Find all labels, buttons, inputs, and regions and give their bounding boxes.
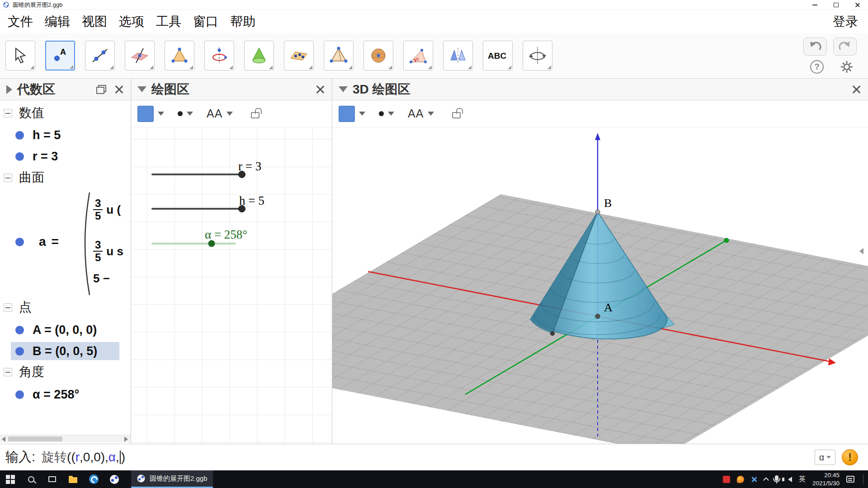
y-axis-point[interactable]: [724, 238, 729, 243]
panel-menu-icon[interactable]: [6, 85, 12, 94]
horizontal-scrollbar[interactable]: [0, 435, 131, 442]
slider-h[interactable]: h = 5: [152, 194, 264, 212]
color-swatch[interactable]: [137, 106, 154, 122]
algebra-item-h[interactable]: h = 5: [0, 126, 131, 144]
minimize-button[interactable]: [804, 0, 826, 9]
taskbar-clock[interactable]: 20:45 2021/5/30: [812, 471, 840, 487]
chevron-down-icon[interactable]: [359, 112, 365, 116]
settings-gear-icon[interactable]: [840, 60, 854, 74]
tool-dropdown-icon[interactable]: [110, 66, 113, 69]
close-graphics-icon[interactable]: [315, 84, 326, 95]
algebra-item-r[interactable]: r = 3: [0, 147, 131, 165]
scroll-right-icon[interactable]: [124, 436, 128, 442]
surface-name[interactable]: a =: [39, 234, 59, 250]
warning-icon[interactable]: !: [842, 449, 858, 465]
tool-plane-through-points-button[interactable]: [284, 41, 314, 70]
scrollbar-thumb[interactable]: [8, 436, 62, 441]
action-center-icon[interactable]: [846, 476, 854, 483]
tool-dropdown-icon[interactable]: [508, 66, 511, 69]
base-edge-point[interactable]: [551, 332, 555, 336]
chevron-down-icon[interactable]: [428, 112, 434, 116]
graphics-view[interactable]: r = 3 h = 5 α = 258°: [131, 127, 332, 444]
task-view-button[interactable]: [42, 470, 62, 488]
menu-options[interactable]: 选项: [113, 13, 150, 30]
algebra-item-alpha[interactable]: α = 258°: [0, 385, 131, 404]
close-algebra-icon[interactable]: [113, 84, 124, 95]
tool-line-button[interactable]: [85, 41, 115, 70]
tool-dropdown-icon[interactable]: [269, 66, 273, 69]
visibility-dot-icon[interactable]: [15, 152, 24, 161]
tool-move-button[interactable]: [5, 41, 35, 70]
point-style-icon[interactable]: [379, 111, 384, 116]
collapse-icon[interactable]: [4, 109, 12, 117]
point-style-icon[interactable]: [178, 111, 183, 116]
microphone-icon[interactable]: [775, 475, 778, 481]
start-button[interactable]: [0, 470, 21, 488]
slider-r[interactable]: r = 3: [152, 160, 261, 178]
active-app-task-button[interactable]: 圆锥的展开图2.ggb: [131, 470, 213, 488]
tool-perpendicular-line-button[interactable]: [125, 41, 155, 70]
tool-dropdown-icon[interactable]: [150, 66, 153, 69]
undo-button[interactable]: [803, 38, 827, 56]
visibility-dot-icon[interactable]: [15, 131, 24, 140]
chevron-down-icon[interactable]: [226, 112, 233, 116]
file-explorer-button[interactable]: [62, 470, 83, 488]
symbol-palette-button[interactable]: α: [815, 450, 835, 465]
color-swatch[interactable]: [339, 106, 355, 122]
algebra-item-A[interactable]: A = (0, 0, 0): [0, 321, 131, 339]
scroll-left-icon[interactable]: [2, 436, 5, 442]
tool-reflection-button[interactable]: [443, 41, 473, 70]
panel-menu-icon[interactable]: [339, 86, 348, 92]
label-style-button[interactable]: AA: [408, 107, 424, 120]
panel-menu-icon[interactable]: [137, 86, 146, 92]
tool-angle-button[interactable]: α: [403, 41, 433, 70]
hidden-icons-chevron[interactable]: [763, 477, 769, 483]
tool-cone-button[interactable]: [244, 41, 274, 70]
g3d-view[interactable]: A B: [332, 127, 868, 444]
menu-window[interactable]: 窗口: [187, 13, 224, 30]
tool-sphere-button[interactable]: [363, 41, 393, 70]
tool-dropdown-icon[interactable]: [70, 65, 73, 69]
tool-point-button[interactable]: A: [45, 41, 75, 70]
show-desktop-divider[interactable]: [863, 474, 863, 484]
slider-alpha-handle[interactable]: [208, 240, 215, 247]
chevron-down-icon[interactable]: [388, 112, 394, 116]
tool-dropdown-icon[interactable]: [309, 66, 312, 69]
collapse-icon[interactable]: [4, 368, 12, 376]
slider-alpha[interactable]: α = 258°: [152, 228, 247, 247]
tool-dropdown-icon[interactable]: [229, 66, 233, 69]
tool-dropdown-icon[interactable]: [428, 66, 432, 69]
tool-dropdown-icon[interactable]: [547, 66, 551, 69]
visibility-dot-icon[interactable]: [15, 326, 24, 334]
menu-edit[interactable]: 编辑: [39, 13, 76, 30]
tool-polygon-button[interactable]: [165, 41, 194, 70]
command-input[interactable]: 旋转 (( r ,0,0), α , ): [42, 444, 815, 470]
edge-browser-button[interactable]: [83, 470, 104, 488]
lock-icon[interactable]: [251, 112, 259, 118]
chevron-down-icon[interactable]: [158, 112, 164, 116]
close-button[interactable]: [847, 0, 868, 9]
algebra-item-B-selected[interactable]: B = (0, 0, 5): [11, 342, 119, 360]
help-button[interactable]: ?: [810, 60, 824, 74]
collapse-icon[interactable]: [4, 174, 12, 182]
visibility-dot-icon[interactable]: [15, 390, 24, 399]
tool-dropdown-icon[interactable]: [388, 66, 392, 69]
visibility-dot-icon[interactable]: [15, 238, 24, 246]
pinned-app-button[interactable]: [104, 470, 125, 488]
point-A[interactable]: [595, 314, 600, 319]
panel-collapse-icon[interactable]: [859, 248, 863, 254]
visibility-dot-icon[interactable]: [15, 347, 24, 356]
tool-dropdown-icon[interactable]: [468, 66, 472, 69]
menu-view[interactable]: 视图: [76, 13, 113, 30]
tool-text-button[interactable]: ABC: [483, 41, 513, 70]
close-g3d-icon[interactable]: [851, 84, 862, 95]
menu-help[interactable]: 帮助: [224, 13, 261, 30]
tray-cross-icon[interactable]: [751, 476, 757, 483]
redo-button[interactable]: [833, 38, 857, 56]
speaker-icon[interactable]: [788, 477, 792, 482]
search-button[interactable]: [21, 470, 42, 488]
lock-icon[interactable]: [452, 112, 461, 118]
menu-file[interactable]: 文件: [2, 13, 39, 30]
tool-pyramid-button[interactable]: [324, 41, 354, 70]
tool-circle-axis-button[interactable]: [204, 41, 234, 70]
